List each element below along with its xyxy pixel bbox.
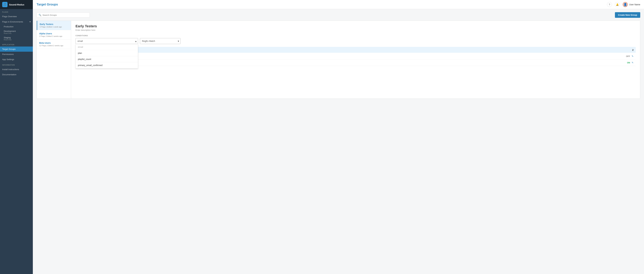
production-section: — Production 2 Flag.name OFF ✎ Flag.n <box>76 47 636 66</box>
flag-right-2: ON ✎ <box>627 61 634 64</box>
group-name: Beta Users <box>39 42 68 44</box>
topbar-actions: ? 🔔 👤 User Name <box>607 2 640 7</box>
sidebar-item-label: Target Groups <box>2 48 16 50</box>
group-item-beta-users[interactable]: Beta Users 12 Flags | Edited 2 weeks ago <box>37 39 71 49</box>
env-development-note: Read Only <box>4 32 31 34</box>
dropdown-item-email[interactable]: email <box>76 44 138 50</box>
sidebar-item-production[interactable]: Production <box>0 24 33 29</box>
search-box: 🔍 <box>36 12 90 17</box>
sidebar-item-label: Install Instructions <box>2 68 19 71</box>
flag-external-link-icon-1[interactable]: ✎ <box>632 55 634 57</box>
env-development-label: Development <box>4 30 31 32</box>
search-icon: 🔍 <box>38 14 41 16</box>
sidebar-item-target-groups[interactable]: Target Groups <box>0 46 33 52</box>
env-staging-note: Read Only <box>4 39 31 41</box>
content-area: 🔍 Create New Group Early Testers 5 Flags… <box>33 9 644 274</box>
env-production-label: Production <box>4 25 31 28</box>
topbar: Target Groups ? 🔔 👤 User Name <box>33 0 644 9</box>
group-item-alpha-users[interactable]: Alpha Users 2 Flags | Edited 2 weeks ago <box>37 30 71 39</box>
two-col-layout: Early Testers 5 Flags | Edited 1 week ag… <box>36 21 640 99</box>
page-title: Target Groups <box>36 3 58 6</box>
group-item-early-testers[interactable]: Early Testers 5 Flags | Edited 1 week ag… <box>37 21 71 30</box>
group-meta: 5 Flags | Edited 1 week ago <box>40 26 68 28</box>
search-row: 🔍 Create New Group <box>36 12 640 18</box>
sidebar-item-staging[interactable]: Staging Read Only <box>0 35 33 42</box>
dropdown-item-primary-email-confirmed[interactable]: primary_email_confirmed <box>76 62 138 68</box>
conditions-label: CONDITIONS <box>76 35 636 36</box>
condition-dropdown-menu: email plan playlist_count primary_email_… <box>76 44 138 69</box>
dropdown-item-plan[interactable]: plan <box>76 50 138 56</box>
notifications-button[interactable]: 🔔 <box>615 2 620 7</box>
group-meta: 12 Flags | Edited 2 weeks ago <box>39 45 68 46</box>
sidebar: 🎵 Sound-Redux FLAGS Flags Overview Flags… <box>0 0 33 274</box>
user-name: User Name <box>629 3 640 6</box>
flag-row-2: Flag.name ON ✎ <box>76 59 636 66</box>
search-input[interactable] <box>42 14 88 16</box>
chevron-down-icon: ▾ <box>30 20 31 23</box>
condition-row: ▴ email plan playlist_count primary_emai… <box>76 38 636 44</box>
group-detail-description: Enter description here <box>76 29 636 31</box>
flag-row-1: Flag.name OFF ✎ <box>76 53 636 59</box>
sidebar-header: 🎵 Sound-Redux <box>0 0 33 9</box>
sidebar-item-app-settings[interactable]: App Settings <box>0 57 33 62</box>
group-meta: 2 Flags | Edited 2 weeks ago <box>39 35 68 37</box>
production-header: — Production 2 <box>76 47 636 53</box>
sidebar-item-label: Flags in Environments <box>2 21 23 23</box>
main-area: Target Groups ? 🔔 👤 User Name 🔍 Crea <box>33 0 644 274</box>
information-section-label: INFORMATION <box>0 62 33 67</box>
sidebar-item-development[interactable]: Development Read Only <box>0 29 33 35</box>
regex-match-select[interactable]: RegEx Match <box>140 38 180 44</box>
groups-list: Early Testers 5 Flags | Edited 1 week ag… <box>37 21 71 99</box>
condition-input[interactable] <box>76 38 138 44</box>
flag-status-1: OFF <box>626 55 630 57</box>
group-detail-title: Early Testers <box>76 24 636 28</box>
application-section-label: APPLICATION <box>0 42 33 46</box>
question-mark-icon: ? <box>609 3 610 6</box>
sidebar-item-label: Flags Overview <box>2 15 17 18</box>
user-icon: 👤 <box>624 3 627 6</box>
env-staging-label: Staging <box>4 36 31 39</box>
production-count: 2 <box>632 49 634 51</box>
create-new-group-button[interactable]: Create New Group <box>615 12 640 18</box>
sidebar-item-label: Permissions <box>2 53 14 55</box>
user-avatar[interactable]: 👤 User Name <box>622 2 640 7</box>
flag-external-link-icon-2[interactable]: ✎ <box>632 61 634 64</box>
app-logo-icon: 🎵 <box>2 2 8 7</box>
bell-icon: 🔔 <box>616 3 619 6</box>
sidebar-item-flags-in-environments[interactable]: Flags in Environments ▾ <box>0 19 33 24</box>
flag-status-2: ON <box>627 62 630 64</box>
sidebar-item-label: Documentation <box>2 73 16 76</box>
condition-select-wrapper: ▴ email plan playlist_count primary_emai… <box>76 38 138 44</box>
sidebar-item-install-instructions[interactable]: Install Instructions <box>0 67 33 72</box>
regex-select-wrapper: RegEx Match ▾ <box>140 38 180 44</box>
sidebar-item-label: App Settings <box>2 58 14 61</box>
group-name: Early Testers <box>40 23 68 25</box>
dropdown-item-playlist-count[interactable]: playlist_count <box>76 56 138 62</box>
sidebar-item-documentation[interactable]: Documentation <box>0 72 33 77</box>
avatar-image: 👤 <box>622 2 628 7</box>
sidebar-item-flags-overview[interactable]: Flags Overview <box>0 14 33 19</box>
flag-right-1: OFF ✎ <box>626 55 634 57</box>
app-name: Sound-Redux <box>9 3 24 6</box>
sidebar-item-permissions[interactable]: Permissions <box>0 52 33 57</box>
group-detail: Early Testers Enter description here CON… <box>71 21 640 99</box>
group-name: Alpha Users <box>39 32 68 35</box>
flags-section-label: FLAGS <box>0 9 33 14</box>
help-button[interactable]: ? <box>607 2 612 7</box>
